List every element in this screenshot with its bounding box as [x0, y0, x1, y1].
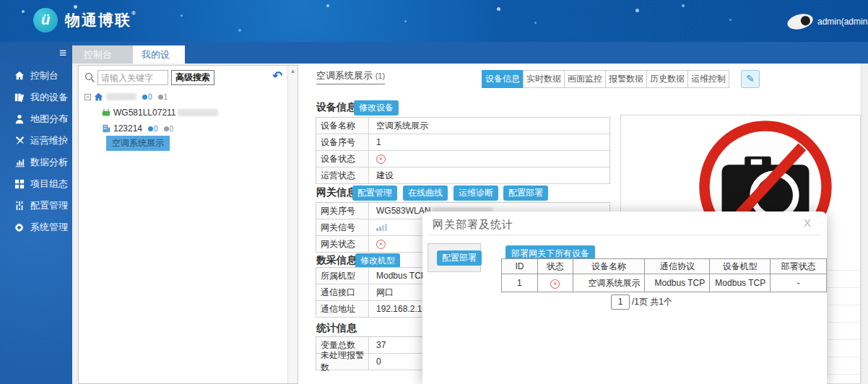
sidebar-item-map[interactable]: 地图分布 ‹: [0, 108, 72, 130]
row-protocol: Modbus TCP: [645, 274, 710, 292]
sliders-icon: [14, 201, 25, 211]
collapse-node-icon[interactable]: −: [84, 94, 91, 100]
brand-logo: ü 物通博联®: [33, 8, 137, 32]
device-tree-panel: 高级搜索 ↶ ◀ − 0 1 WG581LL07211 123214 0 0 空…: [78, 65, 298, 384]
window-tabbar: 控制台× 我的设备×: [72, 42, 868, 64]
section-device-info: 设备信息: [316, 101, 357, 114]
menu-toggle-icon[interactable]: ≡: [59, 46, 66, 61]
tab-history-data[interactable]: 历史数据: [646, 70, 688, 88]
chevron-icon: ‹: [64, 157, 67, 168]
op-status-value: 建设: [369, 167, 609, 183]
redacted-text: [178, 109, 218, 116]
registered-mark: ®: [131, 10, 137, 17]
sidebar-item-project[interactable]: 项目组态: [0, 173, 72, 195]
sidebar-nav: ≡ 控制台 我的设备 地图分布 ‹ 运营维护 ‹ 数据分析 ‹ 项目组态: [0, 42, 72, 384]
tab-ops-control[interactable]: 运维控制: [687, 70, 729, 88]
offline-status-icon: [376, 240, 386, 249]
tools-icon: [14, 136, 25, 146]
modal-title: 网关部署及统计: [433, 218, 513, 232]
section-collection-info: 数采信息: [316, 254, 357, 267]
sidebar-item-config[interactable]: 配置管理 ‹: [0, 195, 72, 217]
selected-device[interactable]: 空调系统展示: [106, 136, 170, 151]
search-input[interactable]: [97, 70, 168, 85]
tab-my-devices[interactable]: 我的设备×: [133, 45, 185, 64]
tab-realtime-data[interactable]: 实时数据: [523, 70, 565, 88]
tab-console[interactable]: 控制台×: [72, 45, 133, 64]
grid-icon: [14, 179, 25, 189]
pagination-info: /1页 共1个: [632, 296, 672, 308]
chart-icon: [14, 157, 25, 167]
advanced-search-button[interactable]: 高级搜索: [171, 70, 214, 85]
online-curve-button[interactable]: 在线曲线: [403, 186, 448, 201]
person-pin-icon: [14, 114, 25, 124]
row-model: Modbus TCP: [710, 274, 771, 292]
sidebar-item-console[interactable]: 控制台: [0, 65, 72, 87]
signal-strength-icon: [376, 224, 388, 231]
tree-scrollbar[interactable]: ▲: [287, 66, 298, 383]
modal-close-icon[interactable]: X: [804, 217, 811, 229]
app-header: ü 物通博联® admin(admin@: [0, 0, 868, 42]
home-icon: [14, 71, 25, 81]
deploy-status-table: ID 状态 设备名称 通信协议 设备机型 部署状态 1 空调系统展示 Modbu…: [501, 258, 827, 292]
chevron-icon: ‹: [64, 114, 67, 125]
tab-device-info[interactable]: 设备信息: [482, 70, 524, 88]
sidebar-item-maintenance[interactable]: 运营维护 ‹: [0, 130, 72, 152]
row-id: 1: [502, 274, 538, 292]
row-deploy-status: -: [771, 274, 827, 292]
sidebar-item-my-devices[interactable]: 我的设备: [0, 87, 72, 108]
chevron-icon: ‹: [64, 201, 67, 211]
sidebar-item-analytics[interactable]: 数据分析 ‹: [0, 152, 72, 173]
brand-logo-icon: ü: [33, 8, 58, 32]
device-serial-value: 1: [369, 134, 609, 150]
modify-model-button[interactable]: 修改机型: [355, 253, 400, 269]
tree-gateway-node[interactable]: WG581LL07211: [102, 106, 218, 119]
devices-icon: [14, 92, 25, 102]
username-label: admin(admin@: [817, 17, 868, 27]
page-scrollbar[interactable]: [861, 64, 868, 384]
table-row: 1 空调系统展示 Modbus TCP Modbus TCP -: [502, 274, 827, 292]
redacted-text: [106, 93, 136, 100]
section-gateway-info: 网关信息: [316, 186, 357, 199]
page-number-box[interactable]: 1: [611, 294, 630, 310]
count-online: 0: [142, 93, 152, 101]
edit-icon[interactable]: ✎: [741, 70, 760, 88]
chevron-icon: ‹: [64, 222, 67, 233]
tab-video-monitor[interactable]: 画面监控: [564, 70, 606, 88]
config-manage-button[interactable]: 配置管理: [352, 186, 397, 201]
device-title-link[interactable]: 空调系统展示 (1): [316, 69, 385, 84]
search-icon: [84, 72, 95, 83]
building-icon: [102, 124, 110, 133]
config-deploy-button[interactable]: 配置部署: [503, 186, 548, 201]
brand-name: 物通博联®: [65, 10, 137, 30]
gateway-deploy-modal: 网关部署及统计 X 配置部署 部署网关下所有设备 ID 状态 设备名称 通信协议…: [422, 211, 827, 384]
scroll-up-icon[interactable]: ▲: [288, 66, 298, 74]
device-info-table: 设备名称空调系统展示 设备序号1 设备状态 运营状态建设: [316, 117, 610, 184]
tab-alarm-data[interactable]: 报警数据: [605, 70, 647, 88]
count-online: 0: [148, 125, 158, 133]
count-offline: 0: [164, 125, 174, 133]
tree-root-node[interactable]: − 0 1: [84, 90, 168, 103]
deploy-tab-container: 配置部署: [428, 243, 481, 272]
divider: [428, 235, 821, 235]
home-icon: [94, 92, 103, 102]
user-account[interactable]: admin(admin@: [787, 13, 868, 30]
gateway-icon: [102, 108, 110, 117]
count-offline: 1: [158, 93, 168, 101]
sidebar-item-system[interactable]: 系统管理 ‹: [0, 217, 72, 238]
ops-diagnosis-button[interactable]: 运维诊断: [453, 186, 498, 201]
tree-group-node[interactable]: 123214 0 0: [102, 122, 173, 135]
row-device-name: 空调系统展示: [573, 274, 645, 292]
chevron-icon: ‹: [64, 136, 67, 147]
refresh-undo-icon[interactable]: ↶: [272, 69, 282, 84]
detail-tabs: 设备信息 实时数据 画面监控 报警数据 历史数据 运维控制: [482, 70, 729, 88]
section-stats-info: 统计信息: [316, 322, 357, 335]
device-name-value: 空调系统展示: [369, 118, 609, 134]
user-avatar-icon: [787, 13, 815, 30]
device-count: (1): [376, 71, 385, 80]
tree-device-node[interactable]: 空调系统展示: [106, 136, 170, 149]
gear-icon: [14, 222, 25, 232]
config-deploy-tab-button[interactable]: 配置部署: [437, 250, 482, 266]
offline-status-icon: [376, 154, 386, 164]
modify-device-button[interactable]: 修改设备: [354, 100, 399, 115]
offline-status-icon: [550, 279, 560, 289]
